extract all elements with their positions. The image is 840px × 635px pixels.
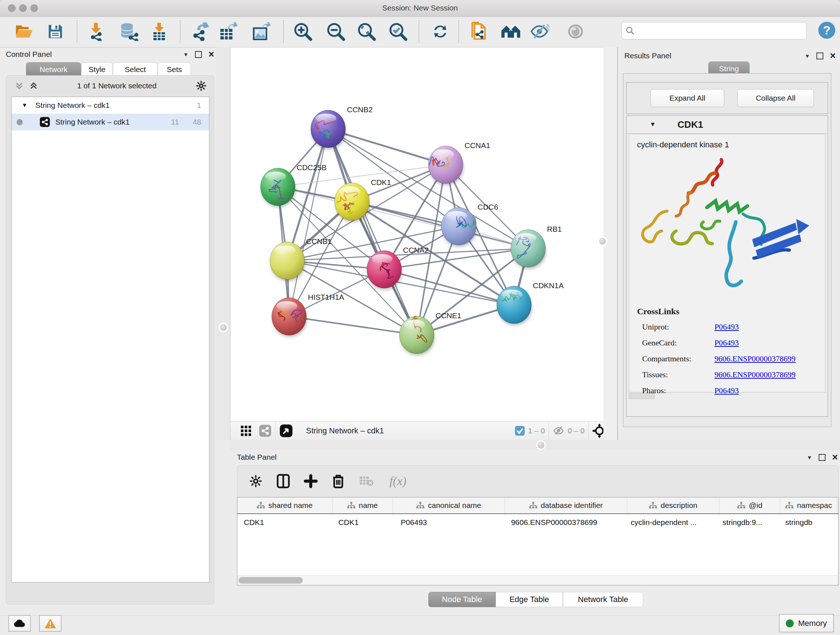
cloud-status-button[interactable] [8, 615, 31, 632]
panel-menu-icon[interactable]: ▼ [807, 454, 812, 461]
delete-table-button[interactable] [356, 470, 377, 492]
home-button[interactable] [500, 21, 521, 42]
selected-checkbox-icon[interactable] [515, 425, 525, 436]
horizontal-splitter[interactable] [230, 440, 840, 450]
results-hscroll-thumb[interactable] [629, 393, 655, 399]
network-canvas[interactable]: CCNB2CCNA1CDC25BCDK1CDC6RB1CCNB1CCNA2CDK… [231, 48, 615, 421]
table-cell[interactable]: CDK1 [332, 514, 394, 530]
memory-button[interactable]: Memory [779, 614, 834, 632]
table-cell[interactable]: 9606.ENSP00000378699 [505, 514, 624, 530]
expand-all-icon[interactable] [29, 81, 38, 90]
collapse-all-button[interactable]: Collapse All [737, 89, 814, 107]
splitter-handle[interactable] [220, 324, 227, 331]
close-panel-icon[interactable]: × [832, 455, 838, 460]
save-session-button[interactable] [45, 21, 66, 42]
panel-menu-icon[interactable]: ▼ [183, 51, 188, 57]
export-table-button[interactable] [218, 21, 239, 42]
close-panel-icon[interactable]: × [830, 53, 836, 59]
zoom-fit-button[interactable] [356, 21, 377, 42]
toggle-columns-button[interactable] [273, 470, 294, 492]
export-image-button[interactable] [251, 21, 272, 42]
close-panel-icon[interactable]: × [208, 52, 214, 57]
column-header-namespac[interactable]: namespac [780, 497, 837, 513]
tab-select[interactable]: Select [113, 62, 158, 77]
left-splitter[interactable] [216, 47, 230, 440]
column-header-database-identifier[interactable]: database identifier [505, 497, 627, 513]
crosslink-genecard[interactable]: P06493 [714, 338, 825, 348]
column-header-shared-name[interactable]: shared name [237, 497, 332, 513]
expander-icon[interactable]: ▼ [22, 102, 27, 109]
tab-style[interactable]: Style [81, 62, 113, 77]
splitter-handle[interactable] [599, 238, 606, 245]
right-splitter[interactable] [603, 47, 617, 440]
export-network-button[interactable] [189, 21, 210, 42]
refresh-view-button[interactable] [430, 21, 451, 42]
tab-edge-table[interactable]: Edge Table [496, 592, 563, 607]
node-CCNA1[interactable]: CCNA1 [428, 141, 490, 185]
tab-sets[interactable]: Sets [158, 62, 191, 77]
warning-status-button[interactable] [39, 615, 62, 632]
collapse-all-icon[interactable] [15, 81, 24, 90]
node-RB1[interactable]: RB1 [511, 225, 562, 269]
delete-column-button[interactable] [328, 470, 349, 492]
column-header-canonical-name[interactable]: canonical name [393, 497, 505, 513]
gear-icon[interactable] [196, 80, 207, 91]
add-column-button[interactable] [300, 470, 321, 492]
table-cell[interactable]: P06493 [394, 514, 505, 530]
network-from-file-button[interactable] [469, 21, 489, 42]
node-CDKN1A[interactable]: CDKN1A [497, 281, 564, 325]
show-all-button[interactable] [565, 21, 586, 42]
float-panel-icon[interactable] [816, 52, 823, 59]
node-CCNA2[interactable]: CCNA2 [367, 246, 429, 290]
crosslink-pharos[interactable]: P06493 [714, 386, 825, 395]
search-input[interactable] [622, 22, 807, 40]
table-cell[interactable]: stringdb:9... [716, 514, 778, 530]
tab-network[interactable]: Network [26, 62, 81, 77]
table-row[interactable]: CDK1CDK1P064939606.ENSP00000378699cyclin… [237, 514, 838, 530]
function-builder-button[interactable]: f(x) [384, 470, 412, 492]
crosslink-tissues[interactable]: 9606.ENSP00000378699 [714, 370, 825, 379]
table-settings-button[interactable] [245, 470, 266, 492]
tab-node-table[interactable]: Node Table [428, 592, 496, 607]
table-hscroll-thumb[interactable] [238, 577, 303, 584]
column-header-name[interactable]: name [332, 497, 393, 513]
panel-menu-icon[interactable]: ▼ [805, 53, 810, 59]
import-network-file-button[interactable] [85, 21, 106, 42]
edge-HIST1H1A-CCNE1[interactable] [289, 317, 417, 335]
network-collection-row[interactable]: ▼ String Network – cdk1 1 [11, 97, 209, 114]
node-HIST1H1A[interactable]: HIST1H1A [272, 293, 344, 337]
table-cell[interactable]: cyclin-dependent ... [624, 514, 716, 530]
crosslink-uniprot[interactable]: P06493 [714, 322, 825, 332]
node-CCNE1[interactable]: CCNE1 [399, 311, 461, 356]
help-button[interactable]: ? [818, 22, 835, 39]
edge-CCNB2-HIST1H1A[interactable] [289, 129, 328, 317]
import-table-file-button[interactable] [149, 21, 170, 42]
crosslink-compartments[interactable]: 9606.ENSP00000378699 [714, 354, 825, 363]
edge-CCNB2-CCNE1[interactable] [328, 129, 417, 335]
node-CCNB2[interactable]: CCNB2 [311, 105, 373, 149]
float-panel-icon[interactable] [819, 454, 826, 461]
zoom-selected-button[interactable] [387, 21, 409, 42]
birdseye-view-icon[interactable] [279, 424, 293, 438]
open-session-button[interactable] [14, 21, 35, 42]
column-header--id[interactable]: @id [720, 497, 780, 513]
tab-network-table[interactable]: Network Table [563, 592, 643, 607]
hide-selected-button[interactable] [529, 21, 550, 42]
edge-CDK1-RB1[interactable] [352, 202, 528, 249]
zoom-out-button[interactable] [325, 21, 346, 42]
share-view-icon[interactable] [259, 424, 272, 437]
table-cell[interactable]: CDK1 [237, 514, 332, 530]
float-panel-icon[interactable] [195, 51, 202, 58]
network-row-selected[interactable]: String Network – cdk1 11 48 [11, 114, 209, 130]
import-network-database-button[interactable] [118, 21, 140, 42]
grid-view-icon[interactable] [240, 424, 252, 437]
node-CDK1[interactable]: CDK1 [335, 178, 391, 222]
expand-all-button[interactable]: Expand All [651, 89, 724, 107]
collapse-entry-icon[interactable]: ▼ [650, 121, 656, 128]
table-cell[interactable]: stringdb [779, 514, 838, 530]
table-hscrollbar[interactable] [237, 575, 838, 585]
column-header-description[interactable]: description [627, 497, 720, 513]
zoom-in-button[interactable] [292, 21, 313, 42]
splitter-handle[interactable] [538, 442, 545, 448]
hidden-eye-icon[interactable] [553, 424, 565, 437]
